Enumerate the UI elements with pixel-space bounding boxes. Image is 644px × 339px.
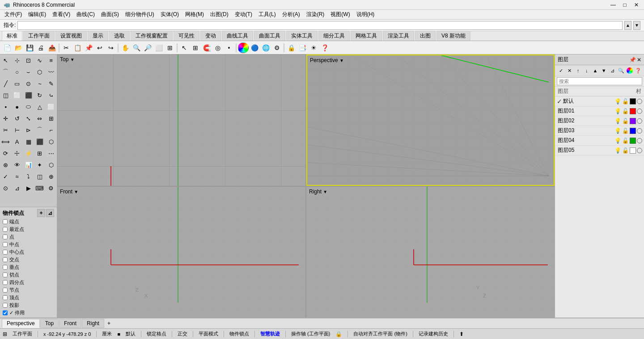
viewport-perspective-label[interactable]: Perspective ▼ [310,57,344,63]
sweep-tool[interactable]: ⤿ [46,89,57,101]
flow-tool[interactable]: ⤵ [23,171,34,182]
box-tool[interactable]: ⬜ [46,101,57,113]
layer-lock-03[interactable]: 🔓 [622,128,629,134]
menu-item-曲面(S)[interactable]: 曲面(S) [98,10,122,19]
viewport-front[interactable]: Z X Front ▼ [57,187,305,318]
layer-color-03[interactable] [630,128,636,134]
menu-item-细分物件(U)[interactable]: 细分物件(U) [123,10,157,19]
layer-radio-03[interactable] [637,128,642,134]
layers-close-icon[interactable]: ✕ [637,57,641,63]
move-tool[interactable]: ✛ [0,113,11,124]
planar-btn[interactable]: 平面模式 [199,331,218,337]
snap-icon[interactable]: 🧲 [201,42,212,53]
layer-color-01[interactable] [630,108,636,114]
render-icon[interactable]: 🌐 [260,42,271,53]
layer-row-01[interactable]: 图层01 💡 🔓 [555,106,644,116]
smart-tool[interactable]: ⚡ [23,147,34,159]
material-icon[interactable]: 🔵 [249,42,260,53]
workplane-label[interactable]: 工作平面 [13,331,32,337]
cylinder-tool[interactable]: ⬭ [23,101,34,113]
mirror-tool[interactable]: ⇔ [34,113,45,124]
layer-radio-04[interactable] [637,138,642,143]
chamfer-tool[interactable]: ⌐ [46,124,57,136]
layer-color-default[interactable] [630,98,636,105]
split-tool[interactable]: ⊢ [11,124,22,136]
layer-color-04[interactable] [630,138,636,144]
menu-item-视图(W)[interactable]: 视图(W) [328,10,352,19]
layer-tb-up[interactable]: ▲ [591,66,599,75]
close-button[interactable]: ✕ [632,1,640,9]
text-tool[interactable]: A [11,136,22,147]
extra-tool[interactable]: ⊕ [46,171,57,182]
cut-icon[interactable]: ✂ [61,42,72,53]
record-btn[interactable]: 记录建构历史 [419,331,448,337]
print-icon[interactable]: 🖨 [35,42,46,53]
scale-tool[interactable]: ⤡ [23,113,34,124]
undo-icon[interactable]: ↩ [94,42,105,53]
menu-item-工具(L)[interactable]: 工具(L) [256,10,279,19]
osnap-icon[interactable]: ◎ [212,42,223,53]
layer-bulb-05[interactable]: 💡 [614,147,621,154]
analyze-tool[interactable]: 📊 [23,159,34,171]
spline-tool[interactable]: ~ [34,78,45,89]
trim-tool[interactable]: ✂ [0,124,11,136]
menu-item-说明(H)[interactable]: 说明(H) [354,10,377,19]
check-tool[interactable]: ✓ [0,171,11,182]
maximize-button[interactable]: □ [621,1,629,9]
loft-tool[interactable]: ⬜ [11,89,22,101]
layer-tb-search[interactable]: 🔍 [617,66,625,75]
grid-icon[interactable]: ⊞ [190,42,201,53]
layer-icon[interactable]: 📑 [297,42,308,53]
view-tool[interactable]: 👁 [11,159,22,171]
redo-icon[interactable]: ↪ [106,42,116,53]
line-tool[interactable]: ╱ [0,78,11,89]
viewport-perspective[interactable]: X Z Perspective ▼ [306,54,555,186]
layer-lock-02[interactable]: 🔓 [622,118,629,124]
new-icon[interactable]: 📄 [2,42,13,53]
snap-nearest[interactable]: 最近点 [1,226,56,233]
viewport-front-label[interactable]: Front ▼ [60,188,78,195]
viewport-top-label[interactable]: Top ▼ [60,56,75,63]
ortho-btn[interactable]: 正交 [178,331,187,337]
layer-lock-04[interactable]: 🔓 [622,138,629,144]
toolbar-tab-14[interactable]: 出图 [415,31,436,41]
layer-bulb-04[interactable]: 💡 [614,138,621,144]
sun-icon[interactable]: ☀ [308,42,319,53]
filter-tool[interactable]: ⊿ [11,182,22,194]
pan-icon[interactable]: ✋ [120,42,131,53]
layer-row-default[interactable]: ✓ 默认 💡 🔓 [555,96,644,106]
select-tool[interactable]: ↖ [0,54,11,66]
zoom-all-icon[interactable]: ⊞ [165,42,175,53]
expand-icon[interactable]: ⬆ [459,331,464,337]
layer-tb-x[interactable]: ✕ [565,66,573,75]
layer-tb-color[interactable] [626,66,634,75]
toolbar-tab-10[interactable]: 实体工具 [286,31,318,41]
op-axis-btn[interactable]: 操作轴 (工作平面) [291,331,330,337]
layer-lock-default[interactable]: 🔓 [622,98,629,105]
layer-lock-01[interactable]: 🔓 [622,108,629,114]
run-tool[interactable]: ▶ [23,182,34,194]
view-tab-front[interactable]: Front [59,319,81,328]
view-tab-add[interactable]: + [105,319,113,327]
script-tool[interactable]: ⌨ [34,182,45,194]
layer-bulb-default[interactable]: 💡 [614,98,621,105]
toolbar-tab-12[interactable]: 网格工具 [351,31,382,41]
layer-tb-check[interactable]: ✓ [557,66,565,75]
snap-filter-btn[interactable]: ⊿ [46,209,54,217]
lasso-tool[interactable]: ∿ [34,54,45,66]
zoom-out-icon[interactable]: 🔎 [142,42,153,53]
circle-tool[interactable]: ○ [11,66,22,78]
toolbar-tab-7[interactable]: 变动 [200,31,221,41]
hatch-tool[interactable]: ▦ [23,136,34,147]
menu-item-变动(T)[interactable]: 变动(T) [232,10,255,19]
join-tool[interactable]: ⊳ [23,124,34,136]
toolbar-tab-9[interactable]: 曲面工具 [254,31,285,41]
minimize-button[interactable]: — [609,1,617,9]
obj-snap-btn[interactable]: 物件锁点 [229,331,249,337]
snap-disable[interactable]: ✓ 停用 [1,309,56,317]
render2-tool[interactable]: ✦ [34,159,45,171]
layer-radio-default[interactable] [637,99,642,104]
layer-row-03[interactable]: 图层03 💡 🔓 [555,126,644,136]
menu-item-文件(F)[interactable]: 文件(F) [2,10,25,19]
layer-bulb-02[interactable]: 💡 [614,118,621,124]
